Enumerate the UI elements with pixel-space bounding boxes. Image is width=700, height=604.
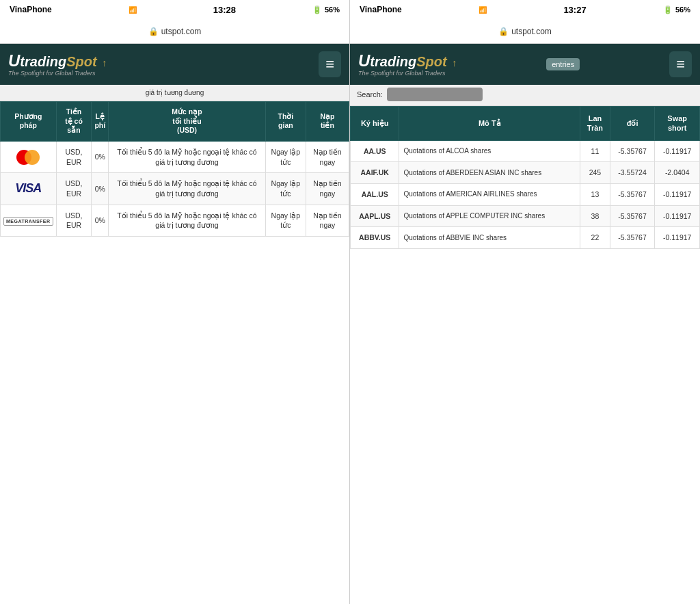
payment-method-cell: VISA	[1, 173, 57, 205]
right-logo-trading: trading	[370, 54, 416, 69]
left-icons: 🔋 56%	[312, 5, 340, 14]
contra-cell: -5.35767	[610, 227, 655, 249]
logo-trading: trading	[20, 54, 66, 69]
spread-cell: 38	[580, 205, 610, 227]
spread-cell: 22	[580, 227, 610, 249]
currency-cell: USD, EUR	[56, 141, 92, 172]
left-nav-header: UtradingSpot ↑ The Spotlight for Global …	[0, 44, 349, 85]
fee-cell: 0%	[92, 173, 109, 205]
search-input[interactable]	[387, 88, 483, 101]
table-row: ABBV.USQuotations of ABBVIE INC shares22…	[351, 227, 700, 249]
left-logo: UtradingSpot ↑ The Spotlight for Global …	[8, 52, 107, 77]
col-fee: Lệphí	[92, 102, 109, 142]
currency-cell: USD, EUR	[56, 205, 92, 236]
currency-cell: USD, EUR	[56, 173, 92, 205]
right-phone-content[interactable]: Ký hiệu Mô Tả LanTràn đối Swapshort AA.U…	[350, 106, 700, 604]
spread-cell: 245	[580, 162, 610, 184]
right-carrier: VinaPhone	[360, 5, 402, 14]
swap-short-cell: -0.11917	[655, 227, 700, 249]
swap-short-cell: -0.11917	[655, 205, 700, 227]
battery-percent: 56%	[325, 5, 340, 14]
right-nav-header: UtradingSpot ↑ The Spotlight for Global …	[350, 44, 700, 85]
spread-cell: 11	[580, 140, 610, 162]
desc-cell: Quotations of ALCOA shares	[399, 140, 580, 162]
payment-method-cell	[1, 141, 57, 172]
right-logo: UtradingSpot ↑ The Spotlight for Global …	[358, 52, 457, 77]
left-phone-content[interactable]: Phươngpháp Tiềntệ cósẵn Lệphí Mức nạptối…	[0, 101, 349, 604]
swap-short-cell: -2.0404	[655, 162, 700, 184]
col-deposit: Nạptiền	[306, 102, 349, 142]
payment-method-cell: MegaTransfer	[1, 205, 57, 236]
symbol-cell: AAIF.UK	[351, 162, 399, 184]
right-hamburger[interactable]: ≡	[669, 51, 692, 77]
min-deposit-cell: Tối thiểu 5 đô la Mỹ hoặc ngoại tệ khác …	[109, 205, 266, 236]
mega-logo: MegaTransfer	[3, 217, 53, 226]
search-label: Search:	[357, 90, 383, 99]
left-phone: VinaPhone 📶 13:28 🔋 56% 🔒 utspot.com Utr…	[0, 0, 350, 604]
deposit-cell: Nạp tiền ngay	[306, 205, 349, 236]
col-time: Thờigian	[265, 102, 306, 142]
table-row: AA.USQuotations of ALCOA shares11-5.3576…	[351, 140, 700, 162]
left-url: utspot.com	[161, 27, 202, 36]
table-row: AAL.USQuotations of AMERICAN AIRLINES sh…	[351, 183, 700, 205]
left-tagline: The Spotlight for Global Traders	[8, 70, 107, 77]
col-contra: đối	[610, 107, 655, 141]
contra-cell: -5.35767	[610, 140, 655, 162]
col-method: Phươngpháp	[1, 102, 57, 142]
fee-cell: 0%	[92, 205, 109, 236]
desc-cell: Quotations of APPLE COMPUTER INC shares	[399, 205, 580, 227]
partial-header: giá trị tương đương	[0, 85, 349, 101]
entries-badge: entries	[546, 58, 580, 70]
col-swap-short: Swapshort	[655, 107, 700, 141]
left-time: 13:28	[213, 5, 236, 15]
desc-cell: Quotations of AMERICAN AIRLINES shares	[399, 183, 580, 205]
right-url: utspot.com	[511, 27, 552, 36]
desc-cell: Quotations of ABBVIE INC shares	[399, 227, 580, 249]
swap-short-cell: -0.11917	[655, 140, 700, 162]
symbol-cell: AAL.US	[351, 183, 399, 205]
right-battery-icon: 🔋	[663, 5, 673, 14]
right-lock-icon: 🔒	[498, 27, 509, 36]
lock-icon: 🔒	[148, 27, 159, 36]
left-url-bar[interactable]: 🔒 utspot.com	[0, 19, 349, 44]
contra-cell: -3.55724	[610, 162, 655, 184]
time-cell: Ngay lập tức	[265, 205, 306, 236]
min-deposit-cell: Tối thiểu 5 đô la Mỹ hoặc ngoại tệ khác …	[109, 173, 266, 205]
right-time: 13:27	[563, 5, 586, 15]
right-logo-u: U	[358, 51, 370, 70]
left-logo-text: UtradingSpot ↑	[8, 52, 107, 70]
contra-cell: -5.35767	[610, 183, 655, 205]
right-logo-text: UtradingSpot ↑	[358, 52, 457, 70]
search-row: Search:	[350, 85, 700, 106]
spread-cell: 13	[580, 183, 610, 205]
col-desc: Mô Tả	[399, 107, 580, 141]
payment-table: Phươngpháp Tiềntệ cósẵn Lệphí Mức nạptối…	[0, 101, 349, 237]
left-status-bar: VinaPhone 📶 13:28 🔋 56%	[0, 0, 349, 19]
time-cell: Ngay lập tức	[265, 141, 306, 172]
right-icons: 🔋 56%	[663, 5, 690, 14]
visa-logo: VISA	[15, 181, 41, 195]
right-status-bar: VinaPhone 📶 13:27 🔋 56%	[350, 0, 700, 19]
col-spread: LanTràn	[580, 107, 610, 141]
contra-cell: -5.35767	[610, 205, 655, 227]
logo-spot: Spot	[66, 54, 96, 69]
deposit-cell: Nạp tiền ngay	[306, 173, 349, 205]
time-cell: Ngay lập tức	[265, 173, 306, 205]
right-battery-percent: 56%	[675, 5, 690, 14]
data-table: Ký hiệu Mô Tả LanTràn đối Swapshort AA.U…	[350, 106, 700, 249]
left-hamburger[interactable]: ≡	[319, 51, 341, 77]
right-url-bar[interactable]: 🔒 utspot.com	[350, 19, 700, 44]
table-row: AAPL.USQuotations of APPLE COMPUTER INC …	[351, 205, 700, 227]
right-tagline: The Spotlight for Global Traders	[358, 70, 457, 77]
col-symbol: Ký hiệu	[351, 107, 399, 141]
fee-cell: 0%	[92, 141, 109, 172]
right-logo-spot: Spot	[416, 54, 446, 69]
min-deposit-cell: Tối thiểu 5 đô la Mỹ hoặc ngoại tệ khác …	[109, 141, 266, 172]
logo-u: U	[8, 51, 20, 70]
desc-cell: Quotations of ABERDEEN ASIAN INC shares	[399, 162, 580, 184]
symbol-cell: AAPL.US	[351, 205, 399, 227]
col-min: Mức nạptối thiểu(USD)	[109, 102, 266, 142]
deposit-cell: Nạp tiền ngay	[306, 141, 349, 172]
swap-short-cell: -0.11917	[655, 183, 700, 205]
battery-icon: 🔋	[312, 5, 322, 14]
